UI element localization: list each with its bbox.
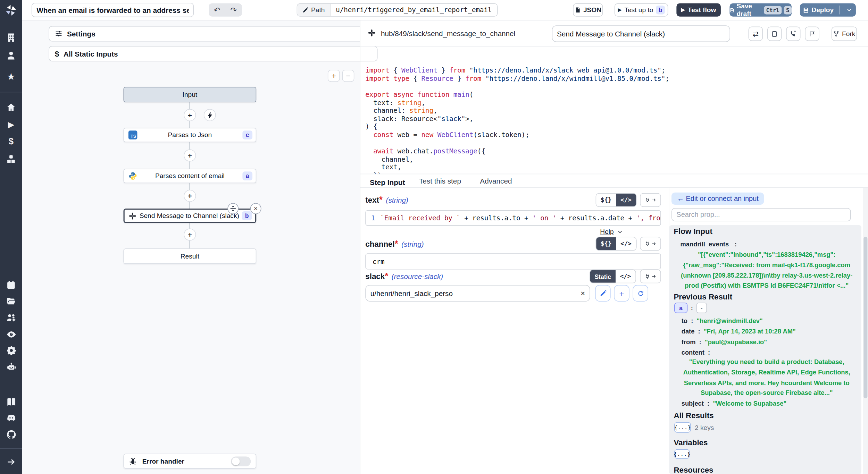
prop-row-to[interactable]: to : "henri@windmill.dev" [682,315,763,325]
flow-input-value[interactable]: "[{"event":"inbound","ts":1683819426,"ms… [681,249,853,291]
sidebar-item-audit[interactable] [0,329,22,340]
sidebar-item-folders[interactable] [0,297,22,307]
help-link[interactable]: Help [600,228,623,236]
path-chip[interactable]: Path u/henri/triggered_by_email_report_e… [297,3,498,17]
sidebar-collapse-button[interactable] [0,457,22,467]
path-label-segment: Path [297,4,330,16]
code-mode-button[interactable]: </> [616,270,635,283]
add-step-button[interactable]: + [184,190,196,202]
all-results-expand-button[interactable]: {...} [674,422,691,433]
arrow-right-icon [652,241,656,246]
plug-icon [645,197,650,203]
template-mode-button[interactable]: ${} [596,194,616,206]
save-draft-button[interactable]: Save draft Ctrl S [729,3,792,17]
sidebar-item-schedules[interactable] [0,280,22,290]
trigger-button[interactable] [204,109,216,121]
text-connect-button[interactable] [640,193,661,207]
collapse-button[interactable]: - [696,303,707,313]
hub-script-path[interactable]: hub/849/slack/send_message_to_channel [381,29,515,38]
flow-node-parses-to-json[interactable]: TS Parses to Json c [124,128,257,142]
sidebar-item-groups[interactable] [0,313,22,323]
template-mode-button[interactable]: ${} [596,237,616,250]
add-resource-button[interactable]: + [614,285,629,302]
path-value[interactable]: u/henri/triggered_by_email_report_email [330,4,497,16]
robot-icon [6,362,16,372]
prop-row-content-value[interactable]: "Everything you need to build a product:… [681,357,853,398]
test-up-to-button[interactable]: ▶ Test up to b [615,3,668,17]
channel-value-editor[interactable]: crm [365,253,661,269]
graph-zoom-in-button[interactable]: + [328,70,340,82]
sidebar-item-favorites[interactable]: ★ [0,71,22,82]
channel-value: crm [366,257,385,265]
text-expression-editor[interactable]: 1 `Email received by ` + results.a.to + … [365,210,661,226]
refresh-icon [637,290,644,297]
cache-button[interactable] [805,27,819,41]
windmill-logo-icon[interactable] [0,5,22,17]
sidebar-item-workers[interactable] [0,362,22,372]
undo-button[interactable]: ↶ [209,3,225,17]
json-button[interactable]: JSON [573,3,603,17]
search-prop-input[interactable]: Search prop... [671,208,851,221]
sidebar-item-runs[interactable]: ▶ [0,119,22,129]
plus-icon: + [332,71,336,81]
prop-row-subject[interactable]: subject : "Welcome to Supabase" [682,398,786,408]
sidebar-item-github[interactable] [0,429,22,440]
move-node-button[interactable] [227,203,239,214]
prop-row-content-key[interactable]: content : [682,347,710,357]
prop-row-from[interactable]: from : "paul@supabase.io" [682,336,767,346]
sidebar-item-settings[interactable] [0,345,22,356]
all-static-inputs-button[interactable]: $ All Static Inputs [49,46,377,61]
channel-field-label: channel*(string) [365,239,424,249]
flow-settings-button[interactable]: Settings [49,26,377,42]
deploy-button[interactable]: Deploy [800,3,856,17]
edit-or-connect-button[interactable]: ← Edit or connect an input [671,193,764,205]
graph-zoom-out-button[interactable]: − [342,70,354,82]
flow-node-result[interactable]: Result [124,248,257,264]
scrollbar-thumb[interactable] [863,237,867,398]
box-button[interactable] [767,27,782,41]
static-mode-button[interactable]: Static [590,270,616,283]
call-button[interactable] [786,27,800,41]
add-step-button[interactable]: + [184,109,196,121]
test-flow-button[interactable]: ▶ Test flow [676,3,721,17]
flow-input-key-row[interactable]: mandrill_events : [681,238,737,248]
step-a-badge[interactable]: a [674,303,687,313]
flow-node-parses-content[interactable]: Parses content of email a [124,169,257,183]
sidebar-item-variables[interactable]: $ [0,137,22,147]
add-step-button[interactable]: + [184,149,196,161]
flow-title-input[interactable]: When an email is forwarded to an address… [32,3,194,17]
variables-title: Variables [674,438,708,447]
code-mode-button[interactable]: </> [616,194,636,206]
sidebar-item-home[interactable] [0,102,22,112]
tab-advanced[interactable]: Advanced [480,177,512,185]
tab-test-this-step[interactable]: Test this step [419,177,461,185]
error-handler-toggle[interactable] [231,456,251,466]
refresh-resource-button[interactable] [633,285,648,302]
sidebar-item-discord[interactable] [0,413,22,423]
step-summary-input[interactable]: Send Message to Channel (slack) [552,25,730,42]
channel-connect-button[interactable] [640,237,661,251]
slack-connect-button[interactable] [640,269,661,283]
clear-resource-button[interactable]: × [581,289,585,298]
add-step-button[interactable]: + [184,228,196,240]
sidebar-item-user[interactable] [0,50,22,60]
sidebar-item-docs[interactable] [0,397,22,407]
scrollbar-track[interactable] [863,188,868,474]
slack-resource-input[interactable]: u/henri/henri_slack_perso × [365,285,590,302]
variables-expand-button[interactable]: {...} [674,449,690,459]
step-input-panel: text*(string) ${} </> 1 `Email received … [360,188,669,474]
delete-node-button[interactable]: × [250,203,261,214]
sidebar-item-resources[interactable] [0,154,22,164]
sidebar-item-workspace[interactable] [0,33,22,43]
flow-node-error-handler[interactable]: Error handler [124,454,257,468]
fork-button[interactable]: Fork [832,27,857,41]
restart-button[interactable]: ⇄ [749,27,763,41]
redo-button[interactable]: ↷ [225,3,242,17]
code-mode-button[interactable]: </> [616,237,636,250]
prop-row-date[interactable]: date : "Fri, Apr 14, 2023 at 10:28 AM" [682,326,796,336]
home-icon [6,102,16,112]
flow-node-input[interactable]: Input [124,87,257,102]
deploy-dropdown-button[interactable] [843,7,856,13]
deploy-main[interactable]: Deploy [800,6,836,14]
edit-resource-button[interactable] [595,285,611,302]
